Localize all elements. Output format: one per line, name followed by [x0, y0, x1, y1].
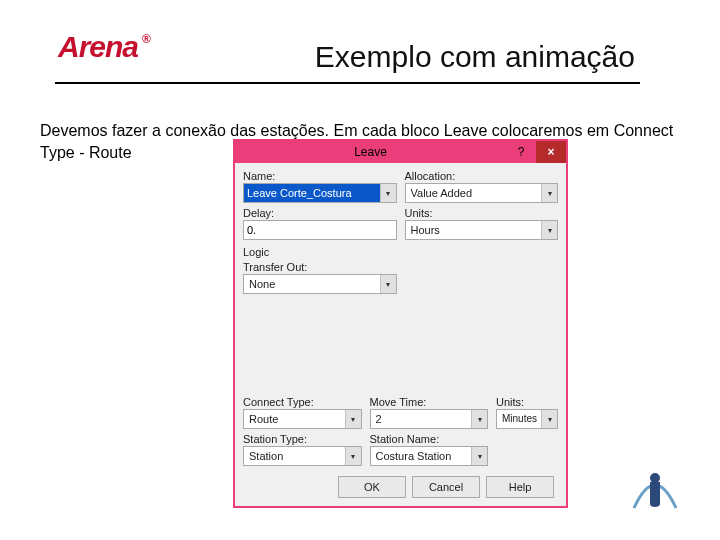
label-allocation: Allocation:: [405, 170, 559, 182]
station-name-value: Costura Station: [374, 450, 452, 462]
dialog-titlebar[interactable]: Leave ? ×: [235, 141, 566, 163]
leave-dialog: Leave ? × Name: Leave Corte_Costura ▾ Al…: [233, 139, 568, 508]
label-connect-type: Connect Type:: [243, 396, 362, 408]
help-button[interactable]: Help: [486, 476, 554, 498]
connect-type-value: Route: [247, 413, 278, 425]
chevron-down-icon[interactable]: ▾: [541, 184, 557, 202]
station-type-select[interactable]: Station ▾: [243, 446, 362, 466]
page-title: Exemplo com animação: [315, 40, 635, 74]
svg-point-0: [650, 473, 660, 483]
units-value: Hours: [409, 224, 440, 236]
cancel-button[interactable]: Cancel: [412, 476, 480, 498]
dialog-body: Name: Leave Corte_Costura ▾ Allocation: …: [235, 163, 566, 506]
label-name: Name:: [243, 170, 397, 182]
chevron-down-icon[interactable]: ▾: [471, 447, 487, 465]
name-input[interactable]: Leave Corte_Costura ▾: [243, 183, 397, 203]
label-move-time: Move Time:: [370, 396, 489, 408]
station-type-value: Station: [247, 450, 283, 462]
chevron-down-icon[interactable]: ▾: [380, 275, 396, 293]
units2-value: Minutes: [500, 413, 537, 424]
label-logic: Logic: [243, 246, 558, 258]
connect-type-select[interactable]: Route ▾: [243, 409, 362, 429]
label-units2: Units:: [496, 396, 558, 408]
ok-button[interactable]: OK: [338, 476, 406, 498]
chevron-down-icon[interactable]: ▾: [471, 410, 487, 428]
station-name-select[interactable]: Costura Station ▾: [370, 446, 489, 466]
label-delay: Delay:: [243, 207, 397, 219]
body-line2: Type - Route: [40, 144, 132, 161]
chevron-down-icon[interactable]: ▾: [345, 410, 361, 428]
close-icon[interactable]: ×: [536, 141, 566, 163]
title-divider: [55, 82, 640, 84]
label-station-type: Station Type:: [243, 433, 362, 445]
label-station-name: Station Name:: [370, 433, 489, 445]
transfer-out-select[interactable]: None ▾: [243, 274, 397, 294]
chevron-down-icon[interactable]: ▾: [380, 184, 396, 202]
allocation-value: Value Added: [409, 187, 473, 199]
chevron-down-icon[interactable]: ▾: [345, 447, 361, 465]
body-line1: Devemos fazer a conexão das estações. Em…: [40, 122, 673, 139]
units2-select[interactable]: Minutes ▾: [496, 409, 558, 429]
transfer-out-value: None: [247, 278, 275, 290]
chevron-down-icon[interactable]: ▾: [541, 221, 557, 239]
footer-logo: [628, 468, 682, 512]
dialog-button-row: OK Cancel Help: [243, 468, 558, 506]
move-time-value: 2: [374, 413, 382, 425]
arena-logo: Arena®: [58, 30, 146, 64]
name-value: Leave Corte_Costura: [247, 187, 352, 199]
label-transfer-out: Transfer Out:: [243, 261, 397, 273]
help-icon[interactable]: ?: [506, 141, 536, 163]
move-time-input[interactable]: 2 ▾: [370, 409, 489, 429]
units-select[interactable]: Hours ▾: [405, 220, 559, 240]
chevron-down-icon[interactable]: ▾: [541, 410, 557, 428]
brand-reg: ®: [142, 32, 150, 46]
delay-input[interactable]: [243, 220, 397, 240]
dialog-title: Leave: [235, 141, 506, 163]
spacer: [243, 296, 558, 396]
brand-name: Arena: [58, 30, 138, 63]
allocation-select[interactable]: Value Added ▾: [405, 183, 559, 203]
label-units: Units:: [405, 207, 559, 219]
